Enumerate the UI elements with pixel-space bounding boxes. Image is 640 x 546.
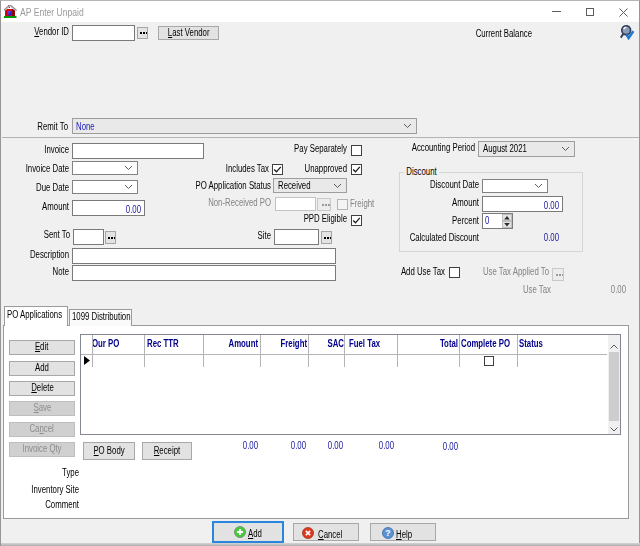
svg-text:?: ? — [385, 528, 390, 538]
